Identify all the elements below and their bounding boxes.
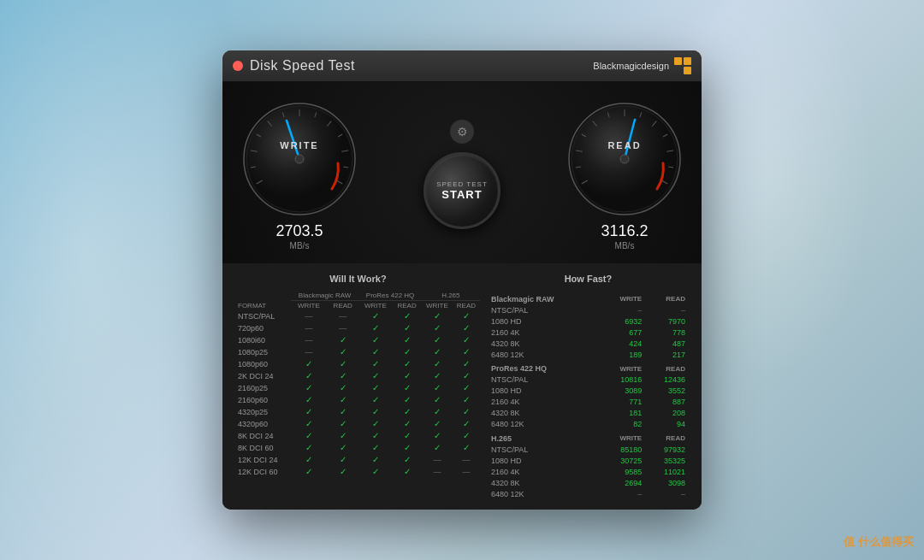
checkmark-icon: ✓: [305, 455, 312, 464]
check-cell: ✓: [392, 454, 421, 466]
section-label: H.265: [489, 430, 600, 445]
how-fast-row: 2160 4K958511021: [489, 466, 688, 477]
checkmark-icon: ✓: [305, 419, 312, 428]
check-cell: —: [422, 466, 453, 478]
checkmark-icon: ✓: [372, 455, 379, 464]
settings-button[interactable]: ⚙: [450, 120, 474, 144]
check-cell: ✓: [358, 442, 392, 454]
checkmark-icon: ✓: [434, 431, 441, 440]
check-cell: ✓: [392, 370, 421, 382]
checkmark-icon: ✓: [404, 359, 411, 368]
check-cell: ✓: [453, 310, 480, 322]
resolution-label: 4320 8K: [489, 477, 600, 488]
section-header-row: ProRes 422 HQ WRITE READ: [489, 360, 688, 374]
check-cell: ✓: [291, 358, 327, 370]
center-controls: ⚙ SPEED TEST START: [424, 120, 500, 229]
how-fast-row: NTSC/PAL8518097932: [489, 444, 688, 455]
read-value: –: [644, 488, 688, 499]
checkmark-icon: ✓: [434, 419, 441, 428]
format-col-header: [236, 291, 291, 301]
check-cell: ✓: [422, 382, 453, 394]
data-columns: Will It Work? Blackmagic RAW ProRes 422 …: [236, 274, 688, 500]
checkmark-icon: ✓: [404, 407, 411, 416]
check-cell: —: [453, 454, 480, 466]
check-cell: ✓: [453, 394, 480, 406]
how-fast-row: 2160 4K677778: [489, 327, 688, 338]
check-cell: ✓: [392, 406, 421, 418]
checkmark-icon: ✓: [404, 455, 411, 464]
start-test-button[interactable]: SPEED TEST START: [424, 152, 500, 229]
h265-header: H.265: [422, 291, 480, 301]
pr-write-header: WRITE: [358, 300, 392, 310]
checkmark-icon: ✓: [340, 431, 346, 440]
check-cell: ✓: [291, 394, 327, 406]
how-fast-table: Blackmagic RAW WRITE READ NTSC/PAL––1080…: [489, 291, 688, 500]
checkmark-icon: ✓: [340, 443, 346, 452]
checkmark-icon: ✓: [404, 311, 411, 321]
check-cell: ✓: [392, 346, 421, 358]
resolution-label: 2160 4K: [489, 327, 600, 338]
checkmark-icon: ✓: [434, 347, 441, 357]
read-col-label: READ: [644, 360, 688, 374]
check-cell: ✓: [358, 466, 392, 478]
read-value: 97932: [644, 444, 688, 455]
dash-indicator: —: [339, 312, 346, 321]
format-cell: 4320p60: [236, 418, 291, 430]
bmd-dot-2: [684, 57, 691, 65]
how-fast-row: NTSC/PAL––: [489, 304, 688, 315]
check-cell: ✓: [453, 322, 480, 334]
how-fast-title: How Fast?: [489, 274, 688, 284]
how-fast-row: 4320 8K181208: [489, 408, 688, 419]
checkmark-icon: ✓: [404, 335, 411, 345]
checkmark-icon: ✓: [463, 443, 470, 452]
checkmark-icon: ✓: [404, 431, 411, 440]
will-it-row: 1080i60—✓✓✓✓✓: [236, 334, 480, 346]
checkmark-icon: ✓: [463, 335, 470, 345]
resolution-label: NTSC/PAL: [489, 444, 600, 455]
pr-read-header: READ: [392, 300, 421, 310]
checkmark-icon: ✓: [434, 359, 441, 368]
checkmark-icon: ✓: [434, 335, 441, 345]
read-value: 208: [644, 408, 688, 419]
checkmark-icon: ✓: [340, 395, 346, 404]
section-header-row: H.265 WRITE READ: [489, 430, 688, 445]
bm-write-header: WRITE: [291, 300, 327, 310]
check-cell: ✓: [422, 322, 453, 334]
read-value: 778: [644, 327, 688, 338]
check-cell: ✓: [392, 442, 421, 454]
checkmark-icon: ✓: [463, 359, 470, 368]
svg-text:WRITE: WRITE: [280, 140, 318, 150]
checkmark-icon: ✓: [372, 335, 379, 345]
checkmark-icon: ✓: [372, 383, 379, 392]
check-cell: ✓: [358, 358, 392, 370]
svg-point-38: [620, 155, 629, 163]
check-cell: ✓: [327, 442, 358, 454]
check-cell: ✓: [358, 382, 392, 394]
check-cell: ✓: [422, 442, 453, 454]
read-value: 3098: [644, 477, 688, 488]
write-value: 189: [600, 349, 644, 360]
checkmark-icon: ✓: [340, 383, 346, 392]
checkmark-icon: ✓: [340, 359, 346, 368]
read-value: 35325: [644, 455, 688, 466]
check-cell: —: [291, 322, 327, 334]
check-cell: ✓: [392, 382, 421, 394]
check-cell: ✓: [358, 406, 392, 418]
format-subheader: FORMAT: [236, 300, 291, 310]
bm-read-header: READ: [327, 300, 358, 310]
check-cell: ✓: [422, 358, 453, 370]
checkmark-icon: ✓: [340, 347, 346, 357]
check-cell: ✓: [392, 322, 421, 334]
checkmark-icon: ✓: [434, 371, 441, 380]
check-cell: —: [327, 322, 358, 334]
read-value-block: 3116.2 MB/s: [601, 222, 648, 251]
checkmark-icon: ✓: [404, 371, 411, 380]
dash-indicator: —: [305, 312, 312, 321]
gear-icon: ⚙: [457, 125, 468, 139]
will-it-row: 8K DCI 24✓✓✓✓✓✓: [236, 430, 480, 442]
how-fast-panel: How Fast? Blackmagic RAW WRITE READ NTSC…: [489, 274, 688, 500]
prores-header: ProRes 422 HQ: [358, 291, 421, 301]
check-cell: ✓: [453, 418, 480, 430]
close-button[interactable]: [233, 61, 243, 71]
write-value: 2694: [600, 477, 644, 488]
